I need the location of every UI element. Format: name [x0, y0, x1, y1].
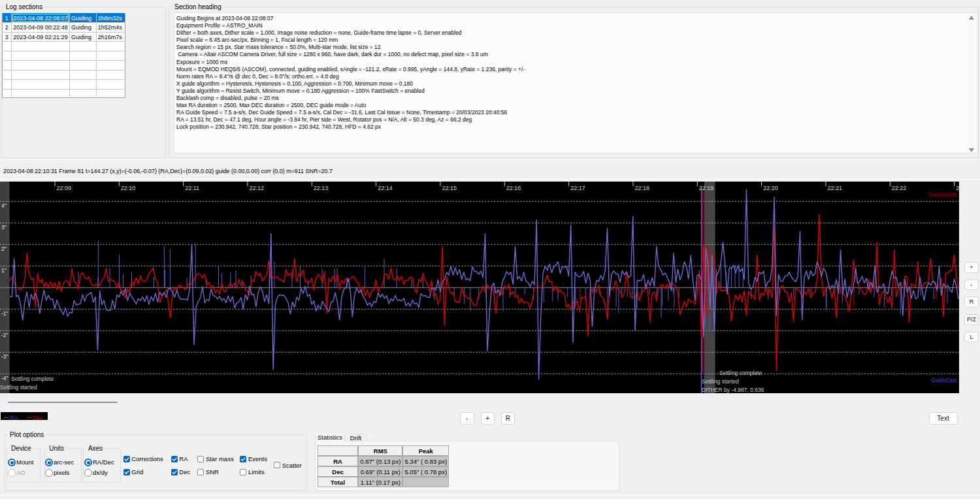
- svg-text:-4": -4": [1, 374, 8, 381]
- svg-text:Settling complete: Settling complete: [11, 376, 54, 382]
- svg-text:Settling complete: Settling complete: [719, 370, 762, 376]
- svg-text:1": 1": [1, 266, 7, 273]
- svg-text:22:20: 22:20: [763, 185, 778, 191]
- svg-text:22:16: 22:16: [506, 185, 521, 191]
- svg-text:GuideEast: GuideEast: [931, 377, 957, 383]
- svg-text:22:14: 22:14: [378, 185, 393, 191]
- svg-text:22:19: 22:19: [699, 185, 714, 191]
- svg-text:22:23: 22:23: [956, 185, 959, 191]
- svg-text:DITHER by -4.987, 0.636: DITHER by -4.987, 0.636: [702, 386, 764, 393]
- svg-text:22:10: 22:10: [121, 185, 136, 191]
- svg-text:22:09: 22:09: [57, 185, 72, 191]
- svg-text:22:17: 22:17: [570, 185, 585, 191]
- svg-text:22:13: 22:13: [314, 185, 329, 191]
- svg-text:3": 3": [1, 223, 7, 230]
- svg-text:GuideNorth: GuideNorth: [928, 191, 957, 198]
- svg-text:-3": -3": [1, 353, 8, 359]
- svg-text:Settling started: Settling started: [702, 378, 739, 385]
- svg-text:Settling started: Settling started: [0, 384, 37, 391]
- svg-text:-2": -2": [1, 331, 8, 338]
- svg-text:22:22: 22:22: [892, 185, 907, 191]
- svg-text:RA: RA: [10, 414, 19, 421]
- svg-text:4": 4": [1, 202, 7, 208]
- svg-text:22:21: 22:21: [828, 185, 843, 191]
- svg-text:22:11: 22:11: [185, 185, 199, 191]
- svg-text:-1": -1": [1, 310, 8, 316]
- svg-text:Dec: Dec: [33, 414, 44, 421]
- svg-text:22:15: 22:15: [442, 185, 457, 191]
- svg-text:22:12: 22:12: [250, 185, 265, 191]
- svg-text:22:18: 22:18: [635, 185, 650, 191]
- svg-text:2": 2": [1, 245, 7, 251]
